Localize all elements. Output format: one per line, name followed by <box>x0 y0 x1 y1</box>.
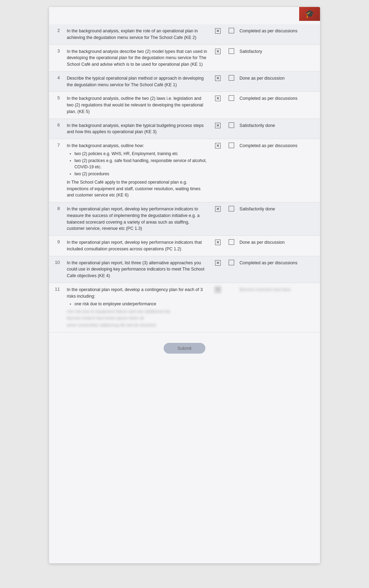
row-checked-5[interactable]: ✕ <box>211 92 226 119</box>
row-num-2: 2 <box>49 24 64 45</box>
row-comment-5: Completed as per discussions <box>237 92 320 119</box>
row-num-4: 4 <box>49 71 64 92</box>
row-checked-3[interactable]: ✕ <box>211 45 226 71</box>
checked-icon-3: ✕ <box>215 49 221 54</box>
row-checked-11[interactable]: ✕ <box>211 283 226 332</box>
row-desc-2: In the background analysis, explain the … <box>64 24 210 45</box>
empty-checkbox-icon-5 <box>229 95 234 101</box>
empty-checkbox-icon-3 <box>229 48 234 54</box>
row-desc-6: In the background analysis, explain the … <box>64 119 210 139</box>
row-empty-checkbox-2[interactable] <box>226 24 238 45</box>
row-comment-6: Satisfactorily done <box>237 119 320 139</box>
empty-checkbox-icon-8 <box>229 206 234 211</box>
row-num-3: 3 <box>49 45 64 71</box>
row-num-5: 5 <box>49 92 64 119</box>
row-desc-10: In the operational plan report, list thr… <box>64 256 210 283</box>
row-comment-10: Completed as per discussions <box>237 256 320 283</box>
checked-icon-4: ✕ <box>215 75 221 81</box>
row-empty-checkbox-4[interactable] <box>226 71 238 92</box>
checked-icon-9: ✕ <box>215 240 221 245</box>
row-desc-5: In the background analysis, outline the … <box>64 92 210 119</box>
row-desc-3: In the background analysis describe two … <box>64 45 210 71</box>
row-empty-checkbox-6[interactable] <box>226 119 238 139</box>
bottom-button-container: Submit <box>49 343 320 354</box>
row-desc-9: In the operational plan report, develop … <box>64 236 210 256</box>
empty-checkbox-icon-4 <box>229 75 234 81</box>
row-num-10: 10 <box>49 256 64 283</box>
empty-checkbox-icon-7 <box>229 143 234 148</box>
row-empty-checkbox-10[interactable] <box>226 256 238 283</box>
row-comment-9: Done as per discussion <box>237 236 320 256</box>
row-empty-checkbox-7[interactable] <box>226 139 238 202</box>
row-comment-4: Done as per discussion <box>237 71 320 92</box>
row-comment-8: Satisfactorily done <box>237 202 320 236</box>
row-desc-11: In the operational plan report, develop … <box>64 283 210 332</box>
row-comment-2: Completed as per discussions <box>237 24 320 45</box>
row-checked-7[interactable]: ✕ <box>211 139 226 202</box>
assessment-page: 🎓 2In the background analysis, explain t… <box>49 7 320 563</box>
checked-icon-5: ✕ <box>215 96 221 101</box>
row-empty-checkbox-9[interactable] <box>226 236 238 256</box>
submit-button[interactable]: Submit <box>164 343 205 354</box>
row-checked-10[interactable]: ✕ <box>211 256 226 283</box>
row-checked-9[interactable]: ✕ <box>211 236 226 256</box>
row-checked-2[interactable]: ✕ <box>211 24 226 45</box>
row-num-7: 7 <box>49 139 64 202</box>
checked-icon-6: ✕ <box>215 123 221 128</box>
checked-icon-8: ✕ <box>215 206 221 212</box>
row-desc-7: In the background analysis, outline how:… <box>64 139 210 202</box>
row-desc-4: Describe the typical operational plan me… <box>64 71 210 92</box>
row-num-8: 8 <box>49 202 64 236</box>
checked-icon-2: ✕ <box>215 28 221 34</box>
row-num-11: 11 <box>49 283 64 332</box>
checked-icon-7: ✕ <box>215 143 221 148</box>
row-desc-8: In the operational plan report, develop … <box>64 202 210 236</box>
checked-icon-10: ✕ <box>215 260 221 266</box>
row-checked-8[interactable]: ✕ <box>211 202 226 236</box>
assessment-table: 2In the background analysis, explain the… <box>49 24 320 332</box>
row-comment-11: Blurred comment text here <box>237 283 320 332</box>
row-comment-3: Satisfactory <box>237 45 320 71</box>
row-empty-checkbox-5[interactable] <box>226 92 238 119</box>
row-empty-checkbox-11[interactable] <box>226 283 238 332</box>
row-checked-4[interactable]: ✕ <box>211 71 226 92</box>
empty-checkbox-icon-10 <box>229 260 234 265</box>
row-num-6: 6 <box>49 119 64 139</box>
empty-checkbox-icon-2 <box>229 28 234 33</box>
empty-checkbox-icon-9 <box>229 239 234 245</box>
row-checked-6[interactable]: ✕ <box>211 119 226 139</box>
row-num-9: 9 <box>49 236 64 256</box>
row-empty-checkbox-8[interactable] <box>226 202 238 236</box>
empty-checkbox-icon-6 <box>229 122 234 128</box>
row-empty-checkbox-3[interactable] <box>226 45 238 71</box>
top-bar: 🎓 <box>299 7 320 21</box>
row-comment-7: Completed as per discussions <box>237 139 320 202</box>
top-bar-icon: 🎓 <box>305 9 314 18</box>
